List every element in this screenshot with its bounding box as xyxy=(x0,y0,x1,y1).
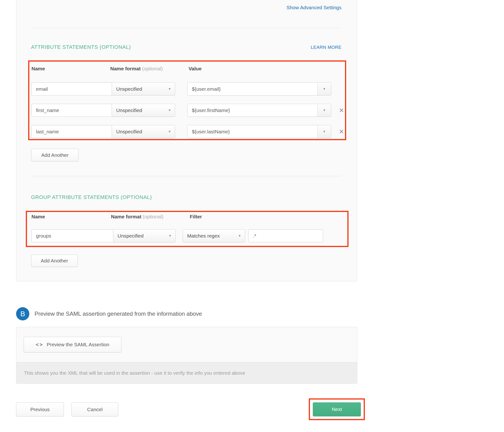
value-expression-dropdown-button[interactable]: ▼ xyxy=(317,83,331,95)
attribute-name-input[interactable] xyxy=(31,125,112,138)
group-column-labels: Name Name format (optional) Filter xyxy=(31,214,202,220)
group-name-input[interactable] xyxy=(31,229,113,242)
name-format-column-label: Name format (optional) xyxy=(110,66,186,72)
filter-type-dropdown[interactable]: Matches regex ▼ xyxy=(183,229,245,242)
saml-settings-panel: Show Advanced Settings ATTRIBUTE STATEME… xyxy=(16,0,357,281)
saml-settings-page: Show Advanced Settings ATTRIBUTE STATEME… xyxy=(0,0,504,432)
add-another-group-attribute-button[interactable]: Add Another xyxy=(31,255,78,267)
attribute-value-combo: ▼ xyxy=(187,82,331,95)
step-b-badge: B xyxy=(16,307,29,320)
name-format-value: Unspecified xyxy=(116,129,142,134)
name-column-label: Name xyxy=(31,66,112,72)
chevron-down-icon: ▼ xyxy=(323,87,326,91)
group-attribute-statements-title: GROUP ATTRIBUTE STATEMENTS (OPTIONAL) xyxy=(31,194,152,200)
group-attribute-statements-header: GROUP ATTRIBUTE STATEMENTS (OPTIONAL) xyxy=(31,194,152,200)
cancel-button[interactable]: Cancel xyxy=(72,402,118,416)
attribute-row: Unspecified ▼ ▼ ✕ xyxy=(31,104,344,117)
group-attribute-row: Unspecified ▼ Matches regex ▼ xyxy=(31,229,323,242)
add-another-attribute-button[interactable]: Add Another xyxy=(31,149,79,161)
preview-step-heading: Preview the SAML assertion generated fro… xyxy=(35,310,202,317)
remove-row-icon[interactable]: ✕ xyxy=(339,107,344,113)
previous-button[interactable]: Previous xyxy=(16,402,64,416)
value-expression-dropdown-button[interactable]: ▼ xyxy=(317,104,331,117)
name-format-value: Unspecified xyxy=(116,86,142,92)
preview-saml-assertion-button[interactable]: <> Preview the SAML Assertion xyxy=(24,337,121,352)
chevron-down-icon: ▼ xyxy=(323,108,326,112)
chevron-down-icon: ▼ xyxy=(323,130,326,133)
value-expression-dropdown-button[interactable]: ▼ xyxy=(317,125,331,138)
name-format-value: Unspecified xyxy=(117,233,144,239)
name-format-column-label: Name format (optional) xyxy=(111,214,182,220)
value-column-label: Value xyxy=(189,66,202,72)
learn-more-link[interactable]: LEARN MORE xyxy=(311,45,342,50)
preview-note-bar: This shows you the XML that will be used… xyxy=(16,362,357,384)
name-format-dropdown[interactable]: Unspecified ▼ xyxy=(112,104,175,117)
attribute-column-labels: Name Name format (optional) Value xyxy=(31,66,202,72)
filter-column-label: Filter xyxy=(190,214,202,220)
next-button-annotation-box: Next xyxy=(309,398,365,420)
chevron-down-icon: ▼ xyxy=(168,87,171,91)
attribute-value-combo: ▼ xyxy=(187,125,331,138)
attribute-statements-header: ATTRIBUTE STATEMENTS (OPTIONAL) LEARN MO… xyxy=(31,44,342,50)
code-icon: <> xyxy=(36,342,44,347)
preview-step-header: B Preview the SAML assertion generated f… xyxy=(16,307,202,320)
attribute-value-input[interactable] xyxy=(188,125,317,138)
preview-assertion-panel: <> Preview the SAML Assertion This shows… xyxy=(16,327,357,384)
name-format-dropdown[interactable]: Unspecified ▼ xyxy=(112,125,175,138)
name-format-value: Unspecified xyxy=(116,108,142,113)
name-format-dropdown[interactable]: Unspecified ▼ xyxy=(113,229,176,242)
attribute-statements-title: ATTRIBUTE STATEMENTS (OPTIONAL) xyxy=(31,44,131,50)
attribute-name-input[interactable] xyxy=(31,104,112,117)
divider xyxy=(31,28,342,28)
chevron-down-icon: ▼ xyxy=(238,234,241,238)
chevron-down-icon: ▼ xyxy=(169,234,171,238)
filter-type-value: Matches regex xyxy=(187,233,220,239)
attribute-row: Unspecified ▼ ▼ ✕ xyxy=(31,125,344,138)
attribute-value-input[interactable] xyxy=(188,83,317,95)
chevron-down-icon: ▼ xyxy=(168,130,171,133)
name-column-label: Name xyxy=(31,214,112,220)
name-format-dropdown[interactable]: Unspecified ▼ xyxy=(112,82,175,95)
divider xyxy=(31,176,342,176)
preview-note-text: This shows you the XML that will be used… xyxy=(24,370,245,376)
show-advanced-settings-link[interactable]: Show Advanced Settings xyxy=(287,5,342,10)
attribute-name-input[interactable] xyxy=(31,82,112,95)
next-button[interactable]: Next xyxy=(313,402,361,416)
preview-saml-assertion-label: Preview the SAML Assertion xyxy=(47,342,109,347)
remove-row-icon[interactable]: ✕ xyxy=(339,129,344,135)
chevron-down-icon: ▼ xyxy=(168,108,171,112)
attribute-value-combo: ▼ xyxy=(187,104,331,117)
filter-value-input[interactable] xyxy=(248,229,323,242)
attribute-row: Unspecified ▼ ▼ xyxy=(31,82,331,95)
attribute-value-input[interactable] xyxy=(188,104,317,117)
